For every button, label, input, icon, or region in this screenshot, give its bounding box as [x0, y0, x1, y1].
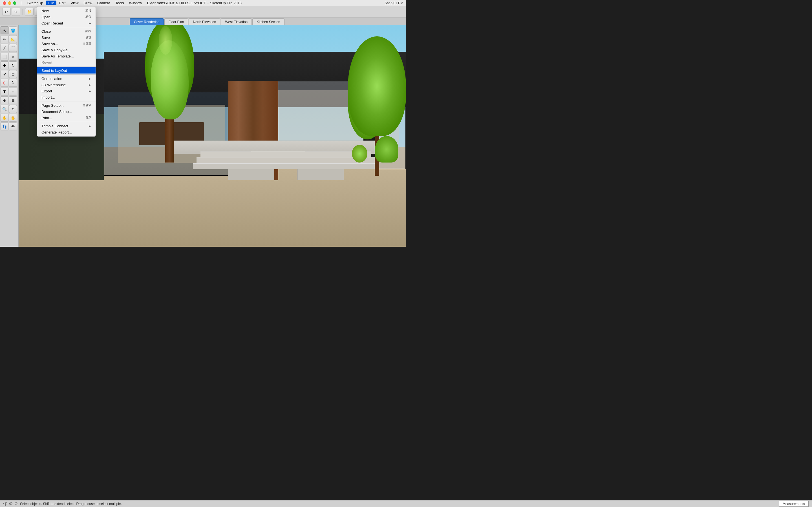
menu-document-setup[interactable]: Document Setup...: [37, 108, 96, 115]
menu-revert: Revert: [37, 59, 96, 65]
menu-geo-location[interactable]: Geo-location ▶: [37, 75, 96, 82]
menu-export[interactable]: Export ▶: [37, 88, 96, 94]
menu-save-copy-as[interactable]: Save A Copy As...: [37, 47, 96, 53]
menu-trimble-connect[interactable]: Trimble Connect ▶: [37, 123, 96, 129]
menu-page-setup[interactable]: Page Setup... ⇧⌘P: [37, 102, 96, 108]
separator-3: [37, 74, 96, 75]
menu-generate-report[interactable]: Generate Report...: [37, 129, 96, 135]
file-dropdown-menu: New ⌘N Open... ⌘O Open Recent ▶ Close ⌘W…: [37, 6, 96, 136]
separator-5: [37, 122, 96, 122]
menu-open[interactable]: Open... ⌘O: [37, 14, 96, 20]
menu-print[interactable]: Print... ⌘P: [37, 115, 96, 121]
menu-new[interactable]: New ⌘N: [37, 8, 96, 14]
menu-save[interactable]: Save ⌘S: [37, 34, 96, 41]
menu-save-as-template[interactable]: Save As Template...: [37, 53, 96, 59]
menu-3d-warehouse[interactable]: 3D Warehouse ▶: [37, 82, 96, 88]
menu-close[interactable]: Close ⌘W: [37, 28, 96, 34]
menu-open-recent[interactable]: Open Recent ▶: [37, 20, 96, 26]
menu-save-as[interactable]: Save As... ⇧⌘S: [37, 41, 96, 47]
menu-send-to-layout[interactable]: Send to LayOut: [37, 67, 96, 73]
separator-2: [37, 66, 96, 66]
dropdown-overlay[interactable]: New ⌘N Open... ⌘O Open Recent ▶ Close ⌘W…: [0, 0, 406, 253]
menu-import[interactable]: Import...: [37, 94, 96, 100]
